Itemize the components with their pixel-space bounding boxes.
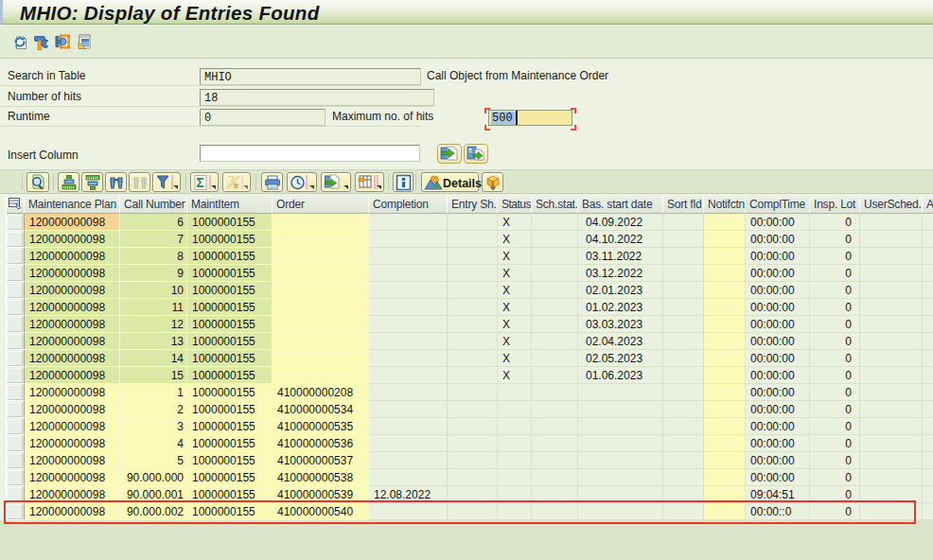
svg-text:Σ: Σ (196, 175, 203, 190)
svg-text:8: 8 (234, 182, 238, 190)
